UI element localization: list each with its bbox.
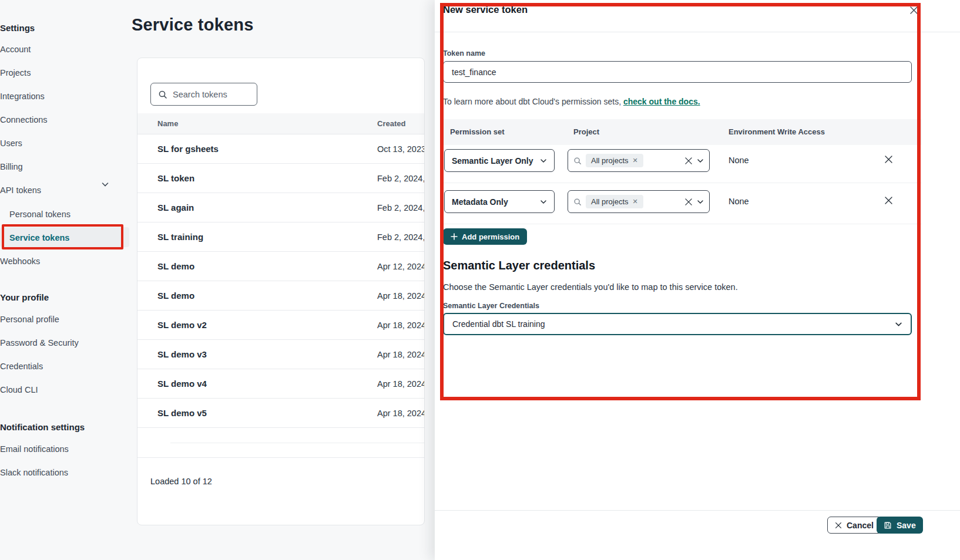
sidebar-item-service-tokens[interactable]: Service tokens — [9, 233, 69, 242]
table-row[interactable]: SL demo v3Apr 18, 2024, — [137, 340, 424, 369]
chip-remove-icon[interactable]: ✕ — [633, 198, 638, 205]
token-name: SL demo v5 — [157, 408, 207, 418]
cancel-button[interactable]: Cancel — [827, 517, 881, 534]
search-icon — [573, 198, 582, 206]
sidebar-item-api-tokens[interactable]: API tokens — [0, 185, 41, 195]
permissions-header-row: Permission set Project Environment Write… — [440, 119, 922, 145]
token-created: Apr 12, 2024, — [377, 262, 425, 271]
drawer-footer-divider — [435, 510, 960, 511]
permission-set-value: Semantic Layer Only — [452, 156, 533, 166]
save-button[interactable]: Save — [877, 517, 923, 534]
token-created: Apr 18, 2024, — [377, 321, 425, 330]
settings-sidebar: Settings Account Projects Integrations C… — [0, 0, 127, 560]
close-icon — [835, 522, 842, 529]
sidebar-item-personal-profile[interactable]: Personal profile — [0, 315, 59, 324]
column-header-created: Created — [377, 119, 405, 128]
service-tokens-card: Search tokens Name Created SL for gsheet… — [137, 58, 425, 525]
add-permission-label: Add permission — [462, 232, 519, 241]
token-name-value: test_finance — [452, 68, 496, 77]
table-row[interactable]: SL trainingFeb 2, 2024, 2 — [137, 222, 424, 252]
sidebar-item-connections[interactable]: Connections — [0, 115, 48, 124]
docs-link[interactable]: check out the docs. — [623, 97, 700, 106]
chevron-down-icon — [540, 198, 547, 205]
docs-text-static: To learn more about dbt Cloud's permissi… — [443, 97, 621, 106]
chip-remove-icon[interactable]: ✕ — [633, 157, 638, 164]
project-chip-label: All projects — [591, 197, 629, 206]
sidebar-item-webhooks[interactable]: Webhooks — [0, 257, 40, 266]
column-header-project: Project — [573, 127, 599, 136]
drawer-title: New service token — [443, 4, 528, 15]
add-permission-button[interactable]: Add permission — [443, 228, 527, 245]
search-placeholder: Search tokens — [173, 90, 227, 99]
table-row[interactable]: SL demoApr 12, 2024, — [137, 252, 424, 281]
search-icon — [573, 157, 582, 165]
credentials-selected-value: Credential dbt SL training — [452, 319, 545, 329]
sidebar-item-projects[interactable]: Projects — [0, 68, 31, 77]
save-label: Save — [897, 521, 916, 530]
project-chip: All projects ✕ — [586, 195, 643, 208]
remove-permission-icon[interactable] — [884, 155, 893, 164]
project-multiselect[interactable]: All projects ✕ — [568, 149, 710, 172]
sidebar-section-notification-settings: Notification settings — [0, 422, 85, 432]
sidebar-item-personal-tokens[interactable]: Personal tokens — [9, 210, 71, 219]
sidebar-item-slack-notifications[interactable]: Slack notifications — [0, 468, 68, 477]
search-icon — [158, 90, 167, 99]
sidebar-section-your-profile: Your profile — [0, 292, 49, 302]
chevron-down-icon[interactable] — [697, 157, 704, 164]
token-created: Apr 18, 2024, — [377, 291, 425, 301]
token-name: SL training — [157, 232, 203, 242]
table-row[interactable]: SL againFeb 2, 2024, 1 — [137, 193, 424, 222]
table-row[interactable]: SL demoApr 18, 2024, — [137, 281, 424, 311]
chevron-down-icon[interactable] — [101, 180, 109, 188]
sidebar-item-email-notifications[interactable]: Email notifications — [0, 444, 69, 454]
sidebar-item-credentials[interactable]: Credentials — [0, 362, 43, 371]
token-name: SL for gsheets — [157, 144, 219, 154]
docs-text: To learn more about dbt Cloud's permissi… — [443, 97, 700, 106]
column-header-env-write: Environment Write Access — [729, 127, 825, 136]
token-created: Apr 18, 2024, — [377, 350, 425, 359]
save-icon — [884, 521, 892, 529]
sidebar-item-integrations[interactable]: Integrations — [0, 92, 45, 101]
project-chip: All projects ✕ — [586, 154, 643, 167]
table-row[interactable]: SL demo v4Apr 18, 2024, — [137, 369, 424, 399]
clear-selection-icon[interactable] — [684, 157, 693, 165]
drawer-header-divider — [435, 32, 960, 32]
token-name: SL again — [157, 203, 194, 212]
credentials-select[interactable]: Credential dbt SL training — [443, 313, 912, 335]
token-name: SL demo v4 — [157, 379, 207, 389]
remove-permission-icon[interactable] — [884, 196, 893, 205]
permission-set-value: Metadata Only — [452, 197, 508, 207]
sidebar-item-billing[interactable]: Billing — [0, 162, 23, 171]
search-input[interactable]: Search tokens — [150, 83, 257, 106]
table-header: Name Created — [137, 113, 424, 134]
project-multiselect[interactable]: All projects ✕ — [568, 190, 710, 213]
chevron-down-icon — [895, 321, 902, 328]
sidebar-item-cloud-cli[interactable]: Cloud CLI — [0, 385, 38, 394]
sidebar-section-settings: Settings — [0, 23, 35, 33]
page-title: Service tokens — [132, 15, 254, 35]
token-name: SL demo v2 — [157, 320, 207, 330]
table-row[interactable]: SL demo v5Apr 18, 2024, — [137, 399, 424, 428]
token-created: Apr 18, 2024, — [377, 379, 425, 389]
chevron-down-icon[interactable] — [697, 198, 704, 205]
table-row[interactable]: SL demo v2Apr 18, 2024, — [137, 311, 424, 340]
sidebar-item-users[interactable]: Users — [0, 139, 22, 148]
token-created: Feb 2, 2024, 1 — [377, 174, 425, 183]
write-access-value: None — [729, 156, 749, 165]
permission-set-select[interactable]: Semantic Layer Only — [444, 149, 555, 172]
token-name-field[interactable]: test_finance — [443, 61, 912, 83]
sidebar-item-password-security[interactable]: Password & Security — [0, 338, 79, 348]
permission-set-select[interactable]: Metadata Only — [444, 190, 555, 213]
table-row[interactable]: SL for gsheetsOct 13, 2023, — [137, 134, 424, 164]
credentials-field-label: Semantic Layer Credentials — [443, 302, 539, 310]
token-created: Feb 2, 2024, 1 — [377, 203, 425, 212]
table-row[interactable]: SL tokenFeb 2, 2024, 1 — [137, 164, 424, 193]
credentials-section-description: Choose the Semantic Layer credentials yo… — [443, 282, 738, 292]
table-row-stub — [137, 443, 424, 458]
close-icon[interactable] — [907, 4, 920, 16]
token-name: SL token — [157, 173, 194, 183]
token-name: SL demo — [157, 261, 194, 271]
column-header-permission-set: Permission set — [450, 127, 505, 136]
clear-selection-icon[interactable] — [684, 198, 693, 206]
sidebar-item-account[interactable]: Account — [0, 45, 31, 54]
